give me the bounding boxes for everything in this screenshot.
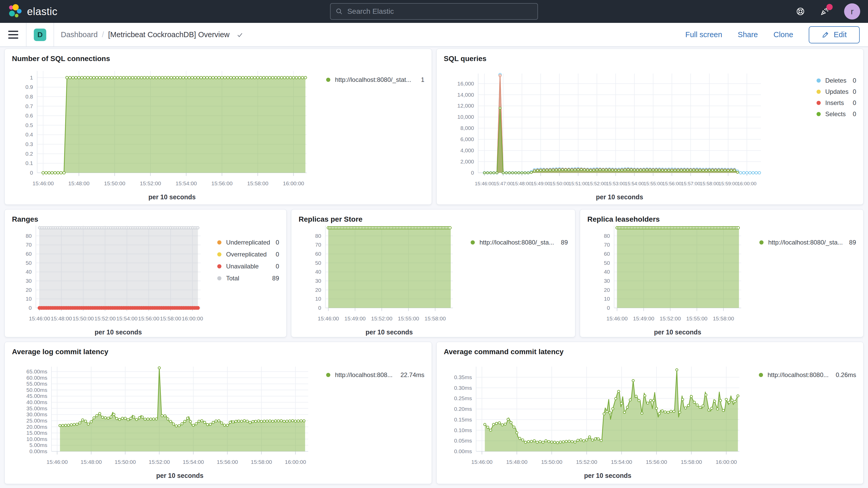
elastic-logo[interactable]: elastic <box>8 4 57 19</box>
panel-title[interactable]: Average command commit latency <box>444 348 564 356</box>
legend-swatch <box>217 276 221 280</box>
legend-value: 0 <box>849 88 856 95</box>
legend-item[interactable]: http://localhost:808...22.74ms <box>326 369 424 381</box>
chart-replica-leaseholders[interactable]: 15:46:0015:49:0015:52:0015:55:0015:58:00… <box>580 209 863 337</box>
legend-swatch <box>217 252 221 256</box>
svg-text:15:52:00: 15:52:00 <box>371 315 393 322</box>
edit-button[interactable]: Edit <box>809 26 860 43</box>
panel-log-commit-latency: Average log commit latency 15:46:0015:48… <box>4 342 432 484</box>
svg-text:15:57:00: 15:57:00 <box>681 181 700 186</box>
svg-text:6,000: 6,000 <box>460 136 474 142</box>
legend-value: 0 <box>849 77 856 84</box>
panel-title[interactable]: Average log commit latency <box>12 348 108 356</box>
svg-text:15:54:00: 15:54:00 <box>183 459 204 465</box>
legend-swatch <box>816 90 821 94</box>
chart-sql-connections[interactable]: 15:46:0015:48:0015:50:0015:52:0015:54:00… <box>5 49 432 205</box>
svg-text:15:52:00: 15:52:00 <box>576 459 597 465</box>
chart-canvas[interactable]: 15:46:0015:49:0015:52:0015:55:0015:58:00… <box>580 209 863 337</box>
clone-button[interactable]: Clone <box>773 30 793 39</box>
help-button[interactable] <box>796 7 805 16</box>
legend-item[interactable]: http://localhost:8080...0.26ms <box>759 369 856 381</box>
breadcrumb-separator: / <box>102 30 104 39</box>
svg-text:0.4: 0.4 <box>26 131 33 138</box>
breadcrumb-dashboard[interactable]: Dashboard <box>61 30 98 39</box>
user-avatar[interactable]: r <box>844 3 860 20</box>
svg-text:15:48:00: 15:48:00 <box>51 315 72 322</box>
legend-item[interactable]: http://localhost:8080/_stat...1 <box>326 74 424 86</box>
legend-swatch <box>326 373 330 377</box>
global-search[interactable] <box>330 3 538 20</box>
legend-value: 0.26ms <box>832 371 856 378</box>
panel-title[interactable]: SQL queries <box>444 55 487 63</box>
svg-text:0: 0 <box>29 305 32 311</box>
legend-label: Underreplicated <box>226 239 270 246</box>
title-menu-icon[interactable] <box>236 31 244 38</box>
svg-text:0.00ms: 0.00ms <box>454 448 472 454</box>
legend-value: 89 <box>269 275 279 282</box>
panel-title[interactable]: Number of SQL connections <box>12 55 110 63</box>
page-title[interactable]: [Metricbeat CockroachDB] Overview <box>108 30 229 39</box>
chart-log-commit-latency[interactable]: 15:46:0015:48:0015:50:0015:52:0015:54:00… <box>5 342 432 484</box>
space-badge[interactable]: D <box>34 29 46 41</box>
chart-legend: http://localhost:8080/_sta...89 <box>471 237 568 248</box>
legend-item[interactable]: http://localhost:8080/_sta...89 <box>760 237 856 248</box>
svg-text:0.00ms: 0.00ms <box>29 448 47 454</box>
panel-title[interactable]: Ranges <box>12 215 38 223</box>
whats-new-button[interactable] <box>820 6 830 17</box>
svg-text:0.8: 0.8 <box>26 94 33 99</box>
svg-text:15:46:00: 15:46:00 <box>471 459 493 465</box>
chart-canvas[interactable]: 15:46:0015:48:0015:50:0015:52:0015:54:00… <box>437 342 864 484</box>
legend-swatch <box>471 240 475 245</box>
chart-canvas[interactable]: 15:46:0015:48:0015:50:0015:52:0015:54:00… <box>5 49 432 205</box>
svg-text:0.35ms: 0.35ms <box>454 374 472 380</box>
svg-text:15:52:00: 15:52:00 <box>587 181 606 186</box>
legend-swatch <box>816 101 821 105</box>
legend-item[interactable]: Underreplicated0 <box>217 237 279 248</box>
legend-label: http://localhost:8080/_sta... <box>479 239 554 246</box>
svg-text:per 10 seconds: per 10 seconds <box>584 472 631 479</box>
menu-button[interactable] <box>8 31 18 39</box>
svg-text:0.5: 0.5 <box>26 122 33 128</box>
chart-sql-queries[interactable]: 15:46:0015:47:0015:48:0015:49:0015:50:00… <box>437 49 864 205</box>
svg-text:10.00ms: 10.00ms <box>26 436 47 442</box>
svg-text:0.10ms: 0.10ms <box>454 427 472 433</box>
divider <box>26 23 27 47</box>
legend-label: http://localhost:8080/_sta... <box>768 239 843 246</box>
svg-text:15:49:00: 15:49:00 <box>531 181 550 186</box>
chart-canvas[interactable]: 15:46:0015:49:0015:52:0015:55:0015:58:00… <box>291 209 575 337</box>
search-input[interactable] <box>347 7 532 16</box>
full-screen-button[interactable]: Full screen <box>685 30 722 39</box>
legend-item[interactable]: Overreplicated0 <box>217 248 279 261</box>
svg-text:15:48:00: 15:48:00 <box>506 459 527 465</box>
svg-text:10,000: 10,000 <box>457 114 474 120</box>
legend-item[interactable]: Inserts0 <box>816 97 856 109</box>
svg-text:15:55:00: 15:55:00 <box>644 181 663 186</box>
legend-item[interactable]: Selects0 <box>816 109 856 120</box>
svg-text:15:46:00: 15:46:00 <box>46 459 68 465</box>
legend-item[interactable]: Deletes0 <box>816 75 856 86</box>
svg-text:60: 60 <box>604 251 610 257</box>
panel-title[interactable]: Replicas per Store <box>299 215 363 223</box>
legend-item[interactable]: Total89 <box>217 272 279 284</box>
legend-label: Deletes <box>826 77 846 84</box>
chart-canvas[interactable]: 15:46:0015:47:0015:48:0015:49:0015:50:00… <box>437 49 864 205</box>
svg-text:30: 30 <box>315 278 321 284</box>
svg-text:40: 40 <box>604 269 610 275</box>
chart-legend: Underreplicated0Overreplicated0Unavailab… <box>217 237 279 284</box>
svg-text:20: 20 <box>604 287 610 293</box>
svg-text:per 10 seconds: per 10 seconds <box>366 329 413 336</box>
svg-text:per 10 seconds: per 10 seconds <box>654 329 702 336</box>
share-button[interactable]: Share <box>738 30 758 39</box>
svg-text:15:46:00: 15:46:00 <box>32 180 54 186</box>
legend-item[interactable]: Updates0 <box>816 86 856 97</box>
legend-item[interactable]: http://localhost:8080/_sta...89 <box>471 237 568 248</box>
chart-ranges[interactable]: 15:46:0015:48:0015:50:0015:52:0015:54:00… <box>5 209 286 337</box>
chart-command-commit-latency[interactable]: 15:46:0015:48:0015:50:0015:52:0015:54:00… <box>437 342 864 484</box>
chart-replicas-per-store[interactable]: 15:46:0015:49:0015:52:0015:55:0015:58:00… <box>291 209 575 337</box>
chart-legend: Deletes0Updates0Inserts0Selects0 <box>816 75 856 120</box>
svg-text:15:52:00: 15:52:00 <box>149 459 170 465</box>
chart-canvas[interactable]: 15:46:0015:48:0015:50:0015:52:0015:54:00… <box>5 342 432 484</box>
panel-title[interactable]: Replica leaseholders <box>587 215 660 223</box>
legend-item[interactable]: Unavailable0 <box>217 261 279 272</box>
svg-text:16:00:00: 16:00:00 <box>715 459 737 465</box>
